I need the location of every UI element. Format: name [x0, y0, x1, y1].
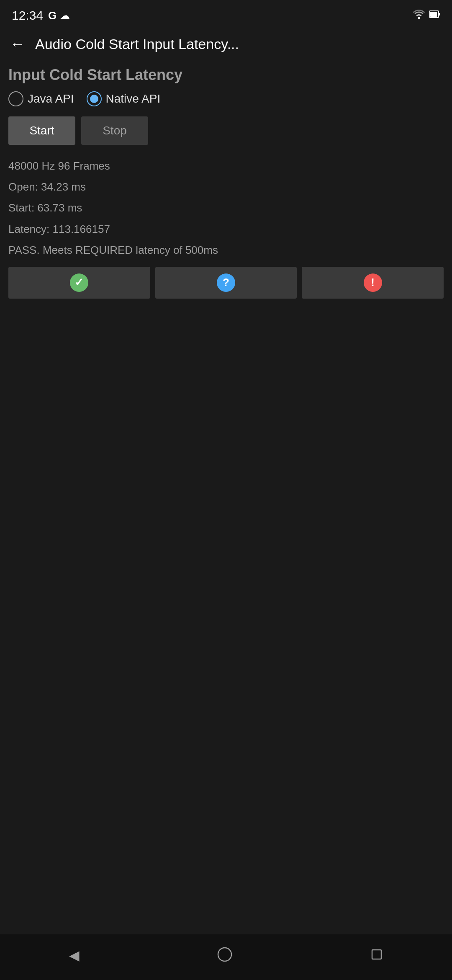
- info-latency: Latency: 113.166157: [8, 220, 444, 238]
- svg-rect-4: [372, 950, 381, 959]
- info-hz-frames: 48000 Hz 96 Frames: [8, 157, 444, 175]
- status-bar: 12:34 G ☁: [0, 0, 452, 29]
- nav-home-icon: [217, 947, 232, 963]
- toolbar-title: Audio Cold Start Input Latency...: [35, 36, 239, 52]
- pass-icon: ✓: [70, 273, 88, 292]
- radio-native-circle: [87, 91, 102, 106]
- stop-button[interactable]: Stop: [81, 116, 148, 145]
- main-content: Input Cold Start Latency Java API Native…: [0, 62, 452, 980]
- status-error-button[interactable]: !: [302, 267, 444, 299]
- radio-native-label: Native API: [106, 92, 161, 106]
- info-start: Start: 63.73 ms: [8, 199, 444, 217]
- status-bar-left: 12:34 G ☁: [12, 8, 70, 23]
- info-icon: ?: [217, 273, 235, 292]
- info-pass: PASS. Meets REQUIRED latency of 500ms: [8, 241, 444, 259]
- radio-java-circle: [8, 91, 23, 106]
- status-info-button[interactable]: ?: [155, 267, 297, 299]
- status-time: 12:34: [12, 8, 43, 23]
- google-icon: G: [48, 9, 56, 22]
- status-pass-button[interactable]: ✓: [8, 267, 150, 299]
- nav-back-button[interactable]: ◀: [65, 943, 84, 967]
- nav-back-icon: ◀: [69, 947, 80, 963]
- wifi-icon: [413, 10, 425, 21]
- nav-recent-icon: [370, 948, 383, 962]
- svg-point-3: [218, 948, 231, 961]
- svg-rect-1: [430, 12, 437, 17]
- bottom-nav: ◀: [0, 934, 452, 980]
- toolbar: ← Audio Cold Start Input Latency...: [0, 29, 452, 62]
- status-bar-right: [413, 10, 440, 21]
- radio-native-api[interactable]: Native API: [87, 91, 161, 106]
- cloud-icon: ☁: [60, 10, 70, 21]
- radio-java-label: Java API: [28, 92, 74, 106]
- info-lines: 48000 Hz 96 Frames Open: 34.23 ms Start:…: [8, 157, 444, 259]
- radio-java-api[interactable]: Java API: [8, 91, 74, 106]
- error-icon: !: [364, 273, 382, 292]
- action-button-row: Start Stop: [8, 116, 444, 145]
- battery-icon: [429, 10, 440, 21]
- svg-rect-2: [439, 13, 440, 15]
- nav-home-button[interactable]: [213, 943, 236, 967]
- section-title: Input Cold Start Latency: [8, 66, 444, 84]
- nav-recent-button[interactable]: [366, 944, 387, 966]
- status-icons: G ☁: [48, 9, 70, 22]
- back-button[interactable]: ←: [8, 34, 27, 54]
- api-radio-group: Java API Native API: [8, 91, 444, 106]
- radio-native-inner: [90, 95, 98, 103]
- info-open: Open: 34.23 ms: [8, 178, 444, 196]
- back-icon: ←: [10, 35, 25, 53]
- status-buttons: ✓ ? !: [8, 267, 444, 299]
- start-button[interactable]: Start: [8, 116, 75, 145]
